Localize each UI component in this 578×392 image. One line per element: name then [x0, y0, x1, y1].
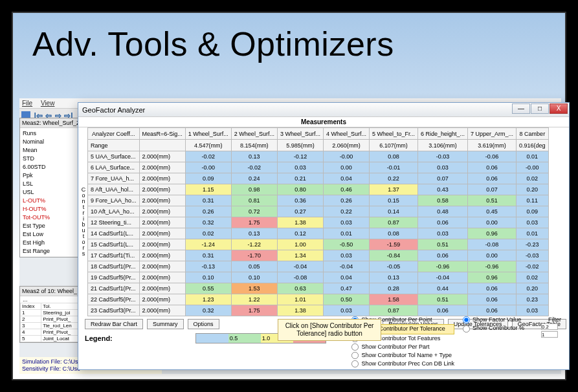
- contributor-radio[interactable]: Show Contributor Tol Name + Type: [351, 351, 454, 360]
- data-cell[interactable]: 0.00: [468, 217, 517, 228]
- menu-file[interactable]: File: [22, 100, 32, 107]
- data-cell[interactable]: 0.63: [277, 283, 323, 294]
- redraw-bar-chart-button[interactable]: Redraw Bar Chart: [85, 319, 143, 329]
- data-cell[interactable]: 0.46: [323, 184, 369, 195]
- data-cell[interactable]: 1.01: [277, 294, 323, 305]
- row-header[interactable]: 14 CadSurf1(L...: [88, 228, 140, 239]
- data-cell[interactable]: 0.44: [418, 283, 468, 294]
- data-cell[interactable]: -0.01: [369, 162, 417, 173]
- data-cell[interactable]: -0.04: [418, 272, 468, 283]
- data-cell[interactable]: 0.96: [468, 272, 517, 283]
- data-cell[interactable]: -1.70: [231, 250, 277, 261]
- data-cell[interactable]: 0.09: [185, 173, 231, 184]
- data-cell[interactable]: -1.59: [369, 239, 417, 250]
- data-cell[interactable]: 0.48: [418, 206, 468, 217]
- window-maximize-button[interactable]: □: [531, 103, 549, 114]
- data-cell[interactable]: 0.13: [231, 151, 277, 162]
- data-cell[interactable]: 1.15: [185, 184, 231, 195]
- data-cell[interactable]: 0.31: [185, 195, 231, 206]
- data-cell[interactable]: 0.51: [468, 195, 517, 206]
- data-cell[interactable]: 0.13: [231, 228, 277, 239]
- data-cell[interactable]: -0.03: [517, 250, 549, 261]
- data-cell[interactable]: 0.00: [323, 162, 369, 173]
- data-cell[interactable]: 0.02: [185, 228, 231, 239]
- window-close-button[interactable]: X: [550, 103, 568, 114]
- data-cell[interactable]: 0.12: [277, 228, 323, 239]
- data-cell[interactable]: 0.06: [468, 305, 517, 316]
- data-cell[interactable]: 0.22: [323, 206, 369, 217]
- data-cell[interactable]: 0.10: [185, 272, 231, 283]
- row-header[interactable]: 6 LAA_Surface...: [88, 162, 140, 173]
- column-header[interactable]: 1 Wheel_Surf...: [185, 128, 231, 140]
- data-cell[interactable]: 1.34: [277, 250, 323, 261]
- data-cell[interactable]: 0.13: [369, 272, 417, 283]
- data-cell[interactable]: 0.72: [231, 206, 277, 217]
- data-cell[interactable]: 0.01: [323, 228, 369, 239]
- row-header[interactable]: 17 CadSurf1(Ti...: [88, 250, 140, 261]
- data-cell[interactable]: 0.06: [418, 305, 468, 316]
- data-cell[interactable]: 0.04: [323, 272, 369, 283]
- data-cell[interactable]: 0.10: [231, 272, 277, 283]
- data-cell[interactable]: 0.02: [517, 272, 549, 283]
- column-header[interactable]: 2 Wheel_Surf...: [231, 128, 277, 140]
- contributor-radio[interactable]: Show Contributor Per Part: [351, 343, 454, 351]
- data-cell[interactable]: -0.05: [369, 261, 417, 272]
- data-cell[interactable]: -0.02: [517, 261, 549, 272]
- data-cell[interactable]: 0.03: [277, 162, 323, 173]
- data-cell[interactable]: 0.07: [468, 184, 517, 195]
- row-header[interactable]: 23 CadSurf3(Pr...: [88, 305, 140, 316]
- column-header[interactable]: 5 Wheel_to_Fr...: [369, 128, 417, 140]
- data-cell[interactable]: 0.06: [418, 217, 468, 228]
- row-header[interactable]: 8 Aft_UAA_hol...: [88, 184, 140, 195]
- row-header[interactable]: 10 Aft_LAA_ho...: [88, 206, 140, 217]
- data-cell[interactable]: -0.96: [418, 261, 468, 272]
- data-cell[interactable]: 0.06: [468, 283, 517, 294]
- data-cell[interactable]: 0.24: [231, 173, 277, 184]
- data-cell[interactable]: -0.04: [323, 261, 369, 272]
- data-cell[interactable]: 0.14: [369, 206, 417, 217]
- filter-input-1[interactable]: [541, 323, 558, 329]
- data-cell[interactable]: -1.24: [185, 239, 231, 250]
- data-cell[interactable]: 0.03: [517, 217, 549, 228]
- data-cell[interactable]: 1.38: [277, 217, 323, 228]
- row-header[interactable]: 19 CadSurf5(Pr...: [88, 272, 140, 283]
- data-cell[interactable]: 1.75: [231, 217, 277, 228]
- data-cell[interactable]: -0.02: [231, 162, 277, 173]
- data-cell[interactable]: 0.50: [323, 294, 369, 305]
- data-cell[interactable]: 1.00: [277, 239, 323, 250]
- data-cell[interactable]: -0.03: [418, 151, 468, 162]
- data-cell[interactable]: 0.26: [185, 206, 231, 217]
- data-cell[interactable]: 0.06: [468, 162, 517, 173]
- data-cell[interactable]: 0.47: [323, 283, 369, 294]
- data-cell[interactable]: 1.38: [277, 305, 323, 316]
- data-cell[interactable]: 0.32: [185, 217, 231, 228]
- data-cell[interactable]: 1.75: [231, 305, 277, 316]
- row-header[interactable]: 18 CadSurf1(Pr...: [88, 261, 140, 272]
- data-cell[interactable]: 0.45: [468, 206, 517, 217]
- data-cell[interactable]: 1.22: [231, 294, 277, 305]
- data-cell[interactable]: 0.04: [323, 173, 369, 184]
- row-header[interactable]: 12 Steering_ti...: [88, 217, 140, 228]
- data-cell[interactable]: -0.00: [323, 151, 369, 162]
- data-cell[interactable]: -0.23: [517, 239, 549, 250]
- data-cell[interactable]: 0.51: [418, 294, 468, 305]
- data-cell[interactable]: 1.58: [369, 294, 417, 305]
- data-cell[interactable]: 0.06: [468, 173, 517, 184]
- data-cell[interactable]: 0.15: [369, 195, 417, 206]
- column-header[interactable]: 6 Ride_height_...: [418, 128, 468, 140]
- data-cell[interactable]: 0.36: [277, 195, 323, 206]
- data-cell[interactable]: 0.58: [418, 195, 468, 206]
- data-cell[interactable]: 1.37: [369, 184, 417, 195]
- dialog-titlebar[interactable]: GeoFactor Analyzer — □ X: [78, 103, 569, 117]
- data-cell[interactable]: -0.08: [277, 272, 323, 283]
- data-cell[interactable]: -0.00: [185, 162, 231, 173]
- window-minimize-button[interactable]: —: [512, 103, 530, 114]
- data-cell[interactable]: -0.00: [517, 162, 549, 173]
- data-cell[interactable]: 0.06: [418, 250, 468, 261]
- data-cell[interactable]: -0.13: [185, 261, 231, 272]
- data-cell[interactable]: 0.21: [277, 173, 323, 184]
- data-cell[interactable]: 0.03: [323, 305, 369, 316]
- data-cell[interactable]: -0.08: [468, 239, 517, 250]
- row-header[interactable]: 22 CadSurf5(Pr...: [88, 294, 140, 305]
- column-header[interactable]: 7 Upper_Arm_...: [468, 128, 517, 140]
